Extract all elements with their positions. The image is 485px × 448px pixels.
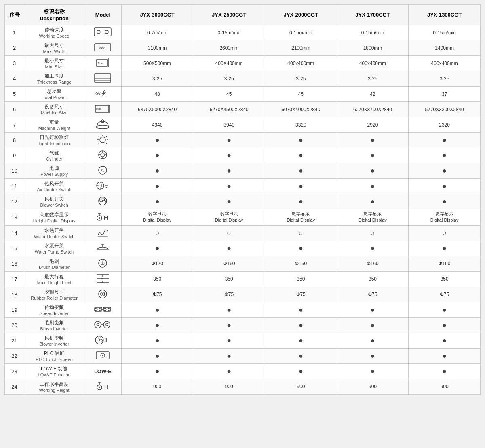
icon-cell: A [84, 163, 122, 179]
value-col5: 2320 [409, 117, 481, 133]
value-col3: ● [265, 317, 337, 333]
desc-en: Total Power [25, 95, 83, 100]
value-col1: ● [121, 348, 193, 363]
value-col3: 3320 [265, 117, 337, 133]
svg-line-27 [99, 136, 99, 137]
svg-rect-9 [95, 74, 111, 82]
desc-cell: 胶辊尺寸 Rubber Roller Diameter [24, 287, 84, 302]
header-description: 标识名称Description [24, 5, 84, 25]
desc-zh: 热风开关 [25, 180, 83, 187]
spec-table-wrapper: 序号 标识名称Description Model JYX-3000CGT JYX… [4, 4, 481, 395]
dot-indicator: ● [227, 244, 231, 252]
header-col1: JYX-3000CGT [121, 5, 193, 25]
air-heater-icon [94, 184, 112, 192]
svg-line-24 [106, 136, 107, 137]
desc-zh: 传动速度 [25, 27, 83, 34]
desc-en: Working Speed [25, 34, 83, 38]
value-col2: ○ [193, 225, 265, 241]
thickness-icon [94, 77, 112, 85]
icon-cell [84, 317, 122, 333]
weight-icon [94, 123, 112, 131]
seq-cell: 13 [5, 209, 24, 226]
value-col5: ● [409, 241, 481, 256]
data-value: 4940 [152, 122, 163, 128]
value-col3: ● [265, 194, 337, 209]
digital-display-value: 数字显示Digital Display [410, 211, 479, 224]
value-col1: ● [121, 133, 193, 148]
value-col3: ● [265, 163, 337, 179]
min-size-icon: Min. [94, 61, 112, 70]
cylinder-icon [94, 154, 112, 162]
desc-en: Machine Weight [25, 126, 83, 131]
value-col2: 2600mm [193, 40, 265, 56]
data-value: 5770X3300X2840 [425, 107, 464, 112]
value-col5: 5770X3300X2840 [409, 102, 481, 117]
dot-indicator: ● [442, 151, 447, 159]
dot-indicator: ● [299, 197, 303, 205]
data-value: 350 [441, 276, 449, 282]
seq-cell: 16 [5, 256, 24, 271]
value-col5: ● [409, 317, 481, 333]
data-value: 3100mm [148, 45, 167, 51]
seq-cell: 20 [5, 317, 24, 333]
value-col1: 4940 [121, 117, 193, 133]
value-col1: ● [121, 302, 193, 317]
value-col1: 数字显示Digital Display [121, 209, 193, 226]
dot-indicator: ● [371, 182, 375, 190]
data-value: 900 [369, 384, 377, 389]
svg-text:H: H [101, 277, 103, 281]
data-value: 42 [370, 91, 375, 97]
value-col3: 2100mm [265, 40, 337, 56]
dot-indicator: ● [227, 197, 231, 205]
value-col2: ● [193, 333, 265, 348]
plc-icon [94, 354, 112, 362]
machine-size-icon: mm [94, 108, 112, 116]
dot-indicator: ● [442, 306, 447, 314]
header-col4: JYX-1700CGT [337, 5, 409, 25]
dot-indicator: ● [371, 306, 375, 314]
data-value: 0-15m/min [433, 30, 456, 36]
value-col2: ● [193, 241, 265, 256]
data-value: Φ75 [224, 292, 234, 297]
icon-cell [84, 25, 122, 40]
desc-en: Cylinder [25, 156, 83, 161]
header-col5: JYX-1300CGT [409, 5, 481, 25]
seq-cell: 11 [5, 179, 24, 194]
desc-en: PLC Touch Screen [25, 357, 83, 362]
dot-indicator: ● [371, 167, 375, 175]
dot-indicator: ● [442, 244, 447, 252]
data-value: 0-15m/min [217, 30, 240, 36]
table-row: 20 毛刷变频 Brush Inverter ● ● ● ● ● [5, 317, 481, 333]
data-value: 6270X4500X2840 [210, 107, 249, 112]
water-pump-icon [94, 247, 112, 255]
desc-zh: 最小尺寸 [25, 57, 83, 64]
dot-indicator: ● [299, 151, 303, 159]
desc-en: Max. Height Limit [25, 280, 83, 285]
table-row: 5 总功率 Total Power KW 48 45 45 42 37 [5, 87, 481, 102]
brush-inverter-icon [94, 323, 112, 332]
value-col5: ● [409, 333, 481, 348]
value-col5: 1400mm [409, 40, 481, 56]
seq-cell: 12 [5, 194, 24, 209]
value-col4: ● [337, 179, 409, 194]
table-row: 10 电源 Power Supply A ● ● ● ● ● [5, 163, 481, 179]
value-col3: 350 [265, 271, 337, 287]
icon-cell [84, 71, 122, 87]
value-col3: 数字显示Digital Display [265, 209, 337, 226]
desc-en: Blower Switch [25, 203, 83, 207]
seq-cell: 21 [5, 333, 24, 348]
dot-indicator: ● [442, 336, 447, 344]
desc-en: Speed Inverter [25, 311, 83, 316]
value-col3: ● [265, 179, 337, 194]
seq-cell: 7 [5, 117, 24, 133]
value-col4: 1800mm [337, 40, 409, 56]
desc-en: Rubber Roller Diameter [25, 296, 83, 300]
desc-cell: 传动变频 Speed Inverter [24, 302, 84, 317]
data-value: 900 [225, 384, 233, 389]
seq-cell: 17 [5, 271, 24, 287]
circle-indicator: ○ [442, 229, 447, 237]
dot-indicator: ● [155, 352, 160, 360]
data-value: 400X400mm [215, 61, 243, 66]
desc-en: Air Heater Switch [25, 187, 83, 192]
data-value: Φ75 [368, 292, 377, 297]
